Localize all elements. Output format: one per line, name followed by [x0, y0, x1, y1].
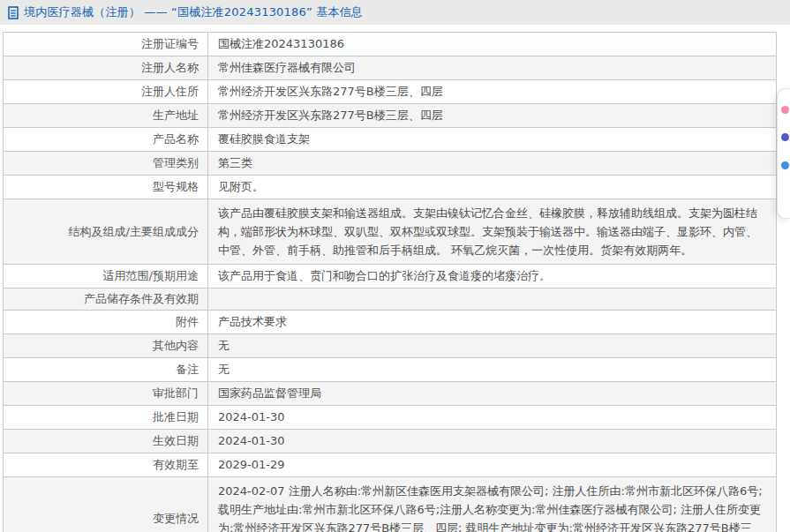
row-value-text: 常州经济开发区兴东路277号B楼三层、四层 [218, 83, 443, 101]
row-value-text: 产品技术要求 [218, 313, 287, 331]
row-value: 2029-01-29 [208, 453, 776, 476]
row-label-text: 备注 [176, 362, 199, 378]
row-value-text: 该产品用于食道、贲门和吻合口的扩张治疗及食道瘘的堵瘘治疗。 [218, 267, 551, 285]
row-label: 适用范围/预期用途 [4, 265, 208, 288]
table-row: 注册人名称常州佳森医疗器械有限公司 [4, 56, 776, 80]
row-value-text: 该产品由覆硅胶膜支架和输送器组成。支架由镍钛记忆合金丝、硅橡胶膜，释放辅助线组成… [218, 204, 766, 259]
table-row: 备注无 [4, 358, 776, 382]
row-label: 产品名称 [4, 128, 208, 151]
row-label: 注册人名称 [4, 56, 208, 79]
row-label: 管理类别 [4, 152, 208, 175]
row-value: 2024-02-07 注册人名称由:常州新区佳森医用支架器械有限公司; 注册人住… [208, 477, 776, 532]
table-row: 批准日期2024-01-30 [4, 406, 776, 430]
row-label: 结构及组成/主要组成成分 [4, 199, 208, 264]
row-label-text: 注册人住所 [141, 84, 199, 100]
row-value: 无 [208, 358, 776, 381]
row-label-text: 批准日期 [153, 409, 199, 425]
row-label-text: 管理类别 [153, 155, 199, 171]
row-label-text: 产品名称 [153, 131, 199, 147]
table-row: 附件产品技术要求 [4, 311, 776, 334]
table-row: 产品名称覆硅胶膜食道支架 [4, 128, 776, 152]
row-label-text: 注册人名称 [141, 60, 199, 76]
table-row: 型号规格见附页。 [4, 176, 776, 199]
row-value: 国家药品监督管理局 [208, 382, 776, 405]
row-value: 2024-01-30 [208, 430, 776, 453]
table-row: 有效期至2029-01-29 [4, 453, 776, 477]
row-value: 无 [208, 334, 776, 357]
row-value-text: 2024-02-07 注册人名称由:常州新区佳森医用支架器械有限公司; 注册人住… [218, 482, 766, 532]
row-value-text: 2024-01-30 [218, 432, 285, 450]
table-row: 生效日期2024-01-30 [4, 430, 776, 453]
info-table: 注册证编号国械注准20243130186注册人名称常州佳森医疗器械有限公司注册人… [3, 32, 777, 532]
row-label: 注册人住所 [4, 80, 208, 103]
row-label: 有效期至 [4, 453, 208, 476]
row-value-text: 2029-01-29 [218, 456, 285, 474]
row-label-text: 生产地址 [153, 108, 199, 124]
table-row: 其他内容无 [4, 334, 776, 358]
row-label-text: 变更情况 [153, 511, 199, 527]
row-label: 批准日期 [4, 406, 208, 429]
row-value-text: 见附页。 [218, 178, 264, 196]
row-value: 产品技术要求 [208, 311, 776, 333]
row-label-text: 生效日期 [153, 433, 199, 449]
row-label-text: 有效期至 [153, 457, 199, 473]
table-row: 审批部门国家药品监督管理局 [4, 382, 776, 406]
table-row: 变更情况2024-02-07 注册人名称由:常州新区佳森医用支架器械有限公司; … [4, 477, 776, 532]
row-value-text: 常州佳森医疗器械有限公司 [218, 59, 356, 77]
pink-icon[interactable] [781, 106, 789, 114]
document-icon [8, 6, 19, 19]
row-value-text: 国械注准20243130186 [218, 35, 344, 53]
row-label: 生效日期 [4, 430, 208, 453]
page-header: 境内医疗器械（注册） —— “国械注准20243130186” 基本信息 [0, 0, 790, 25]
row-value-text: 覆硅胶膜食道支架 [218, 131, 310, 148]
row-value: 该产品由覆硅胶膜支架和输送器组成。支架由镍钛记忆合金丝、硅橡胶膜，释放辅助线组成… [208, 199, 776, 264]
row-label-text: 产品储存条件及有效期 [84, 291, 199, 307]
row-label: 审批部门 [4, 382, 208, 405]
blue-icon[interactable] [781, 161, 789, 169]
row-label: 注册证编号 [4, 33, 208, 56]
row-value: 该产品用于食道、贲门和吻合口的扩张治疗及食道瘘的堵瘘治疗。 [208, 265, 776, 288]
row-label-text: 适用范围/预期用途 [103, 268, 199, 284]
row-value: 2024-01-30 [208, 406, 776, 429]
row-label-text: 其他内容 [153, 338, 199, 354]
table-row: 注册证编号国械注准20243130186 [4, 33, 776, 56]
row-value: 国械注准20243130186 [208, 33, 776, 56]
row-value-text: 无 [218, 361, 229, 378]
table-row: 管理类别第三类 [4, 152, 776, 176]
row-value-text: 国家药品监督管理局 [218, 385, 321, 402]
row-label-text: 审批部门 [153, 386, 199, 401]
row-label: 附件 [4, 311, 208, 333]
row-label: 型号规格 [4, 176, 208, 199]
row-value: 常州佳森医疗器械有限公司 [208, 56, 776, 79]
table-row: 结构及组成/主要组成成分该产品由覆硅胶膜支架和输送器组成。支架由镍钛记忆合金丝、… [4, 199, 776, 265]
row-label-text: 结构及组成/主要组成成分 [69, 224, 199, 240]
row-label-text: 型号规格 [153, 179, 199, 195]
row-value: 覆硅胶膜食道支架 [208, 128, 776, 151]
row-value: 常州经济开发区兴东路277号B楼三层、四层 [208, 80, 776, 103]
row-value-text: 2024-01-30 [218, 408, 285, 426]
row-value [208, 288, 776, 310]
row-label: 变更情况 [4, 477, 208, 532]
row-label-text: 注册证编号 [141, 36, 199, 52]
row-value-text: 常州经济开发区兴东路277号B楼三层、四层 [218, 107, 443, 124]
row-label: 产品储存条件及有效期 [4, 288, 208, 310]
table-row: 产品储存条件及有效期 [4, 288, 776, 311]
row-value: 第三类 [208, 152, 776, 175]
row-label: 备注 [4, 358, 208, 381]
row-label-text: 附件 [176, 314, 199, 330]
table-row: 生产地址常州经济开发区兴东路277号B楼三层、四层 [4, 104, 776, 128]
row-value-text: 第三类 [218, 154, 252, 172]
row-value: 常州经济开发区兴东路277号B楼三层、四层 [208, 104, 776, 127]
row-label: 生产地址 [4, 104, 208, 127]
indigo-icon[interactable] [781, 133, 789, 141]
page-title: 境内医疗器械（注册） —— “国械注准20243130186” 基本信息 [24, 4, 363, 20]
table-row: 适用范围/预期用途该产品用于食道、贲门和吻合口的扩张治疗及食道瘘的堵瘘治疗。 [4, 265, 776, 288]
table-row: 注册人住所常州经济开发区兴东路277号B楼三层、四层 [4, 80, 776, 104]
row-value: 见附页。 [208, 176, 776, 199]
row-value-text: 无 [218, 337, 229, 355]
side-widget-panel[interactable] [777, 88, 790, 219]
row-label: 其他内容 [4, 334, 208, 357]
